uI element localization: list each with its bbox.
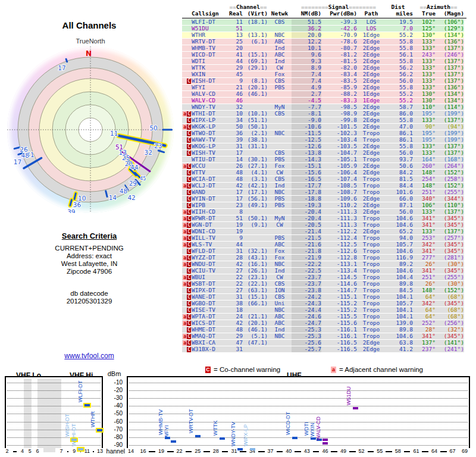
- adjacent-warning-marker: a: [183, 229, 187, 234]
- channel-tick: 37: [265, 448, 277, 454]
- bar-label-WIPX-LP: WIPX-LP: [243, 424, 249, 446]
- callsign-cell: WXIN: [192, 71, 228, 77]
- channel-tick: 40: [283, 448, 295, 454]
- callsign-cell: WCLJ-DT: [192, 183, 228, 189]
- channel-tick: 43: [301, 448, 313, 454]
- co-channel-warning-marker: C: [187, 347, 191, 352]
- co-channel-warning-marker: C: [187, 340, 191, 346]
- bar-label-WLFI-DT: WLFI-DT: [77, 381, 84, 403]
- gridline: [129, 398, 468, 399]
- adjacent-channel-badge: a: [331, 367, 336, 373]
- gridline: [129, 414, 468, 414]
- tvfool-link[interactable]: www.tvfool.com: [12, 352, 167, 360]
- callsign-cell: WKOG-LP: [192, 143, 228, 149]
- callsign-cell: WMAQ-DT: [192, 333, 228, 339]
- adjacent-warning-marker: a: [183, 281, 187, 287]
- co-channel-warning-marker: C: [187, 327, 191, 333]
- adjacent-warning-marker: a: [183, 340, 187, 346]
- channel-tick: 13: [94, 448, 106, 454]
- table-row: CW31BX-D31-25.7-116.52Edge41.2237°(241°): [182, 346, 464, 353]
- bar-label-WICD-DT: WICD-DT: [285, 412, 292, 435]
- bar-label-WDTI: WDTI: [303, 422, 310, 436]
- signal-bar-WTHR: [97, 429, 102, 431]
- polar-label-ch39: 39: [67, 208, 75, 213]
- gridline: [129, 406, 468, 406]
- gridline: [129, 437, 468, 438]
- gridline: [7, 390, 101, 391]
- callsign-cell: WISH-TV: [192, 150, 228, 156]
- gridline: [7, 422, 101, 422]
- adjacent-warning-marker: a: [183, 255, 187, 261]
- bar-label-WNDY-TV: WNDY-TV: [230, 422, 237, 446]
- polar-label-ch14: 14: [109, 194, 117, 201]
- band-gap: [24, 378, 32, 452]
- co-channel-warning-marker: C: [187, 229, 191, 234]
- callsign-cell: WALV-CD: [192, 91, 228, 97]
- callsign-cell: WBXI-CA: [192, 340, 228, 346]
- co-channel-warning-marker: C: [187, 262, 191, 267]
- column-header: True: [413, 10, 436, 17]
- callsign-cell: WAND: [192, 189, 228, 195]
- search-line: Zipcode 47906: [12, 268, 167, 276]
- polar-label-ch42: 42: [127, 194, 135, 201]
- column-header: Path: [357, 10, 386, 17]
- signal-bar-WTTK: [220, 437, 225, 440]
- callsign-cell: W31BX-D: [192, 346, 228, 352]
- table-group-dist: Dist: [383, 4, 413, 10]
- channel-tick: 6: [32, 448, 43, 454]
- bar-label-WTTK: WTTK: [212, 421, 219, 436]
- signal-bar-ch46: [322, 439, 328, 441]
- co-channel-badge: C: [205, 367, 211, 373]
- callsign-cell: WKGK-LP: [192, 124, 228, 130]
- co-channel-warning-marker: C: [187, 183, 191, 189]
- bar-label-WALV-CD: WALV-CD: [315, 417, 322, 440]
- dbm-tick: -40: [102, 402, 123, 409]
- co-channel-warning-marker: C: [187, 281, 191, 287]
- tvfool-report: All Channels TrueNorth 17501123325113252…: [0, 0, 476, 457]
- bar-label-WFYI: WFYI: [164, 425, 170, 439]
- bar-label-WTHI-DT: WTHI-DT: [71, 424, 77, 446]
- signal-bar-WLFI-DT: [84, 404, 90, 406]
- callsign-cell: WLFI-DT: [192, 19, 228, 25]
- polar-label-ch17: 17: [58, 64, 65, 71]
- bar-label-W51DU: W51DU: [346, 386, 352, 405]
- gridline: [7, 398, 101, 399]
- co-channel-warning-marker: C: [187, 196, 191, 202]
- co-channel-warning-marker: C: [187, 190, 191, 195]
- co-channel-warning-marker: C: [187, 236, 191, 241]
- search-line: West Lafayette, IN: [12, 260, 167, 268]
- channel-tick: 28: [210, 448, 222, 454]
- callsign-cell: WCIU-TV: [192, 268, 228, 274]
- callsign-cell: WISH-DT: [192, 78, 228, 84]
- callsign-cell: WPWR-DT: [192, 215, 228, 221]
- table-group-signal: ========Signal========: [292, 4, 386, 10]
- callsign-cell: WTHR: [192, 32, 228, 38]
- callsign-cell: WIPB: [192, 202, 228, 208]
- band-gap: [37, 378, 61, 452]
- polar-line-ch10: [74, 193, 76, 199]
- adjacent-warning-marker: a: [183, 262, 187, 267]
- adjacent-warning-marker: a: [183, 236, 187, 241]
- table-group-channel: ==Channel==: [225, 4, 271, 10]
- signal-bar-WICD-DT: [292, 437, 298, 439]
- adjacent-warning-marker: a: [183, 209, 187, 215]
- co-channel-warning-marker: C: [187, 203, 191, 208]
- callsign-cell: WPTA-DT: [192, 314, 228, 320]
- gridline: [7, 383, 101, 383]
- table-row: CWIPX-LP34(51.1)-9.0-99.82Edge55.8133°(1…: [182, 117, 464, 124]
- channel-tick: 49: [337, 448, 349, 454]
- adjacent-channel-legend: = Adjacent channel warning: [339, 366, 423, 373]
- callsign-cell: WISE-TV: [192, 307, 228, 313]
- adjacent-warning-marker: a: [183, 183, 187, 189]
- polar-line-ch17: [66, 59, 67, 62]
- co-channel-warning-marker: C: [187, 314, 191, 320]
- polar-label-ch45: 45: [140, 176, 146, 181]
- co-channel-warning-marker: C: [187, 268, 191, 274]
- co-channel-warning-marker: C: [187, 111, 191, 117]
- db-datecode-label: db datecode: [12, 290, 167, 298]
- polar-label-ch17: 17: [14, 158, 21, 165]
- signal-bar-WALV-CD: [322, 442, 328, 445]
- adjacent-warning-marker: a: [183, 164, 187, 169]
- callsign-cell: WHMB-TV: [192, 45, 228, 51]
- callsign-cell: WGN-DT: [192, 222, 228, 228]
